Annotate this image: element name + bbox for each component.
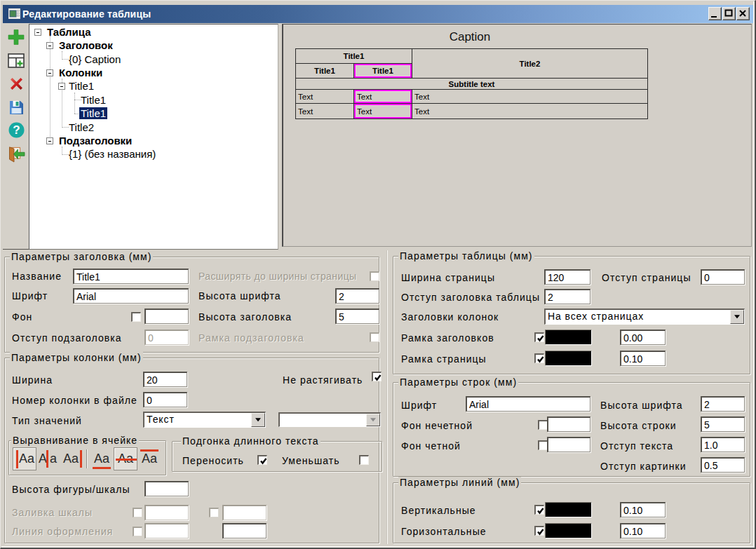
svg-text:?: ? [13, 123, 20, 137]
